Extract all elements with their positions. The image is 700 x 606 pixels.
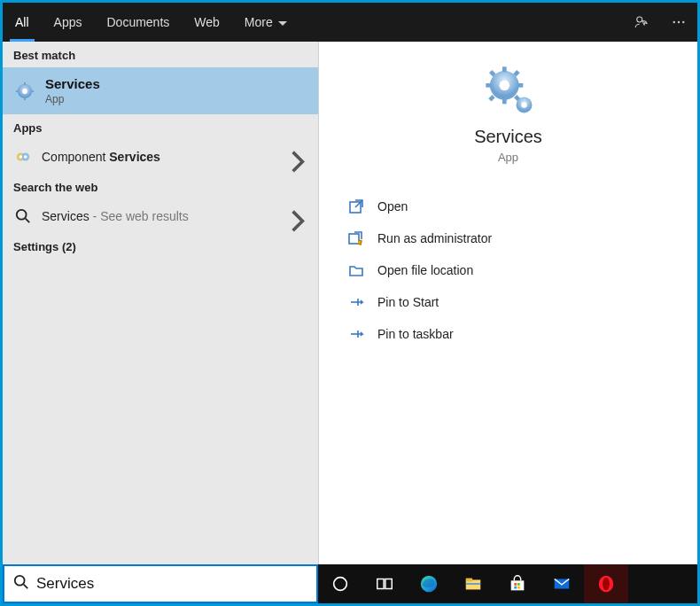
search-icon (15, 208, 31, 224)
preview-subtitle: App (498, 151, 518, 164)
feedback-icon[interactable] (623, 3, 660, 42)
taskbar-cortana[interactable] (318, 564, 362, 603)
result-label: Services - See web results (42, 209, 279, 223)
result-label: Component Services (42, 150, 279, 164)
svg-line-15 (26, 219, 30, 223)
svg-point-32 (334, 578, 347, 591)
action-open[interactable]: Open (346, 190, 671, 222)
svg-rect-21 (517, 83, 523, 88)
svg-rect-41 (517, 583, 520, 586)
tab-label: Apps (54, 15, 82, 29)
result-best-match-services[interactable]: Services App (3, 67, 318, 114)
component-services-icon (15, 149, 31, 165)
svg-point-12 (19, 155, 23, 159)
svg-point-27 (521, 102, 526, 107)
chevron-right-icon (290, 208, 306, 224)
folder-icon (347, 261, 365, 279)
search-results-pane: Best match Services App Apps Component S… (3, 42, 318, 564)
svg-rect-9 (31, 90, 34, 92)
svg-rect-42 (514, 587, 517, 589)
action-pin-to-taskbar[interactable]: Pin to taskbar (346, 318, 671, 350)
tab-apps[interactable]: Apps (42, 3, 95, 42)
search-input[interactable] (36, 566, 307, 602)
tab-documents[interactable]: Documents (94, 3, 182, 42)
action-label: Pin to Start (377, 295, 439, 309)
svg-point-2 (678, 21, 680, 23)
action-pin-to-start[interactable]: Pin to Start (346, 286, 671, 318)
taskbar-file-explorer[interactable] (451, 564, 495, 603)
svg-point-14 (17, 210, 27, 220)
svg-point-1 (673, 21, 675, 23)
action-run-as-administrator[interactable]: Run as administrator (346, 222, 671, 254)
tab-label: Documents (106, 15, 169, 29)
chevron-down-icon (278, 15, 287, 29)
taskbar-task-view[interactable] (362, 564, 407, 603)
best-match-title: Services (45, 76, 100, 91)
section-search-web: Search the web (3, 174, 318, 199)
tab-label: All (15, 15, 29, 29)
search-icon (13, 574, 29, 594)
section-settings[interactable]: Settings (2) (3, 233, 318, 259)
options-icon[interactable] (660, 3, 697, 42)
svg-rect-25 (488, 95, 494, 101)
pin-icon (347, 325, 365, 343)
taskbar-microsoft-store[interactable] (495, 564, 540, 603)
svg-point-13 (24, 155, 27, 159)
shield-admin-icon (347, 229, 365, 247)
svg-point-17 (499, 81, 509, 91)
tab-more[interactable]: More (232, 3, 299, 42)
svg-point-46 (603, 578, 610, 591)
best-match-subtitle: App (45, 93, 100, 105)
svg-point-30 (15, 576, 25, 586)
tab-label: More (245, 15, 273, 29)
chevron-right-icon (290, 149, 306, 165)
svg-rect-8 (16, 90, 19, 92)
gear-icon (15, 82, 35, 101)
svg-rect-29 (349, 234, 359, 244)
tab-all[interactable]: All (3, 3, 42, 42)
open-icon (347, 198, 365, 215)
result-component-services[interactable]: Component Services (3, 140, 318, 174)
taskbar (3, 564, 697, 603)
svg-line-31 (24, 585, 28, 589)
svg-rect-18 (502, 66, 507, 72)
svg-rect-7 (24, 97, 26, 100)
svg-rect-43 (517, 587, 520, 589)
taskbar-opera[interactable] (584, 564, 628, 603)
taskbar-mail[interactable] (540, 564, 584, 603)
search-box[interactable] (3, 564, 318, 603)
taskbar-edge[interactable] (407, 564, 451, 603)
svg-rect-33 (377, 579, 384, 589)
tab-web[interactable]: Web (182, 3, 232, 42)
search-filter-tabs: All Apps Documents Web More (3, 3, 697, 42)
preview-title: Services (474, 127, 542, 147)
action-label: Run as administrator (377, 231, 492, 245)
action-label: Open (377, 199, 408, 214)
svg-rect-37 (466, 579, 472, 582)
pin-icon (347, 293, 365, 311)
svg-point-0 (637, 17, 642, 22)
svg-point-5 (22, 89, 27, 94)
svg-point-3 (682, 21, 684, 23)
action-open-file-location[interactable]: Open file location (346, 254, 671, 286)
action-label: Pin to taskbar (377, 327, 454, 341)
section-apps: Apps (3, 114, 318, 140)
result-web-services[interactable]: Services - See web results (3, 199, 318, 233)
section-best-match: Best match (3, 42, 318, 67)
svg-rect-40 (514, 583, 517, 586)
svg-rect-19 (502, 99, 507, 105)
action-label: Open file location (377, 263, 473, 277)
svg-rect-38 (466, 583, 481, 585)
svg-rect-6 (24, 82, 26, 84)
svg-rect-34 (385, 579, 392, 589)
svg-rect-20 (486, 83, 491, 88)
tab-label: Web (194, 15, 220, 29)
gear-icon (484, 65, 533, 114)
preview-pane: Services App Open Run as administrator O… (318, 42, 697, 564)
